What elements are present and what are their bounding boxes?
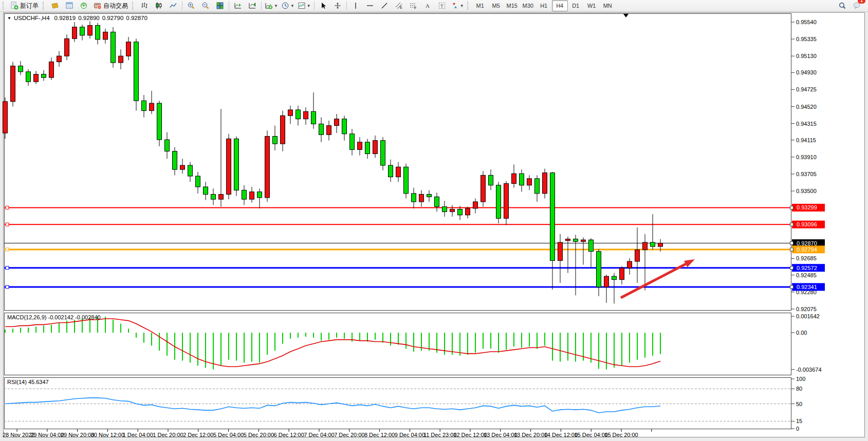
price-badge-anchor (790, 248, 793, 251)
price-badge-label: 0.92341 (797, 284, 817, 290)
pane-splitter-rsi[interactable] (4, 375, 791, 377)
candle-body (88, 25, 93, 35)
time-tick-label: 1 Dec 20:00 (153, 432, 183, 438)
price-badge-label: 0.93096 (797, 221, 817, 227)
macd-label: MACD(12,26,9) -0.002142 -0.002840 (7, 314, 101, 320)
chart-symbol-period: USDCHF-,H4 (14, 15, 50, 21)
time-tick-label: 13 Dec 20:00 (514, 432, 547, 438)
chart-close-value: 0.92870 (126, 15, 147, 21)
rsi-tick-label: 80 (796, 386, 802, 392)
time-tick-label: 11 Dec 23:00 (423, 432, 457, 438)
time-tick-label: 8 Dec 12:00 (364, 432, 395, 438)
candle-body (119, 56, 123, 63)
price-tick-label: 0.93910 (796, 154, 817, 160)
price-badge-anchor (790, 242, 793, 245)
pane-splitter-macd[interactable] (4, 311, 791, 313)
candle-body (65, 39, 69, 56)
candle-body (49, 62, 54, 78)
candle-body (227, 139, 231, 194)
price-tick-label: 0.92485 (796, 272, 817, 278)
candle-body (604, 276, 609, 287)
candle-body (527, 179, 532, 185)
candle-body (173, 151, 177, 169)
candle-body (427, 194, 432, 197)
candle-body (419, 194, 424, 202)
price-badge-label: 0.93299 (797, 204, 817, 210)
hline-handle[interactable] (6, 223, 9, 226)
candle-body (350, 134, 355, 150)
candle-body (643, 242, 648, 250)
candle-body (535, 179, 540, 194)
price-badge-anchor (790, 266, 793, 270)
chart-high-value: 0.92890 (78, 15, 100, 21)
candle-body (327, 126, 331, 135)
price-badge-anchor (790, 206, 793, 209)
candle-body (288, 110, 293, 116)
candle-body (481, 175, 486, 202)
candle-body (11, 66, 15, 101)
time-tick-label: 5 Dec 04:00 (213, 432, 244, 438)
candle-body (219, 194, 224, 199)
candle-body (574, 239, 578, 242)
chart-low-value: 0.92790 (102, 15, 124, 21)
candle-body (412, 194, 416, 202)
candle-body (635, 250, 640, 262)
price-tick-label: 0.94930 (796, 69, 817, 75)
rsi-tick-label: 50 (796, 401, 802, 407)
hline-handle[interactable] (6, 206, 9, 209)
candle-body (365, 142, 370, 154)
candle-body (26, 72, 31, 82)
time-tick-label: 28 Nov 2022 (3, 432, 34, 438)
macd-tick-label: 0.001642 (796, 313, 820, 319)
mt4-window: 新订单 自动交易 (0, 0, 868, 441)
price-tick-label: 0.92685 (796, 255, 817, 261)
candle-body (658, 243, 663, 246)
chart-open-value: 0.92819 (54, 15, 76, 21)
price-badge-label: 0.92794 (797, 246, 817, 253)
time-tick-label: 5 Dec 20:00 (244, 432, 274, 438)
macd-tick-label: -0.003674 (796, 367, 822, 373)
candle-body (188, 165, 193, 176)
chart-menu-triangle-icon[interactable]: ▼ (7, 16, 11, 21)
candle-body (404, 167, 409, 194)
candle-body (273, 137, 278, 144)
candle-body (466, 208, 470, 215)
time-tick-label: 7 Dec 20:00 (334, 432, 364, 438)
price-tick-label: 0.94315 (796, 121, 817, 127)
candle-body (520, 174, 524, 185)
candle-body (450, 209, 455, 212)
candle-body (19, 66, 23, 71)
candle-body (381, 141, 385, 165)
hline-handle[interactable] (6, 266, 9, 270)
time-tick-label: 29 Nov 20:00 (61, 432, 94, 438)
candle-body (442, 207, 447, 212)
price-badge-anchor (790, 285, 793, 289)
time-tick-label: 12 Dec 12:00 (453, 432, 487, 438)
price-badge-label: 0.92572 (797, 265, 817, 271)
time-tick-label: 1 Dec 04:00 (123, 432, 153, 438)
time-tick-label: 15 Dec 04:00 (574, 432, 607, 438)
candle-body (150, 103, 154, 111)
candle-body (211, 194, 216, 199)
hline-handle[interactable] (6, 248, 9, 251)
hline-handle[interactable] (6, 285, 9, 289)
candle-body (473, 202, 478, 208)
candle-body (42, 74, 46, 78)
candle-body (3, 102, 8, 133)
candle-body (196, 176, 200, 187)
candle-body (204, 187, 208, 195)
time-tick-label: 7 Dec 04:00 (304, 432, 334, 438)
candle-body (389, 165, 393, 177)
candle-body (257, 192, 262, 198)
candle-body (489, 175, 493, 185)
time-tick-label: 15 Dec 20:00 (604, 432, 638, 438)
rsi-label: RSI(14) 45.6347 (7, 379, 49, 385)
price-tick-label: 0.94115 (796, 137, 816, 143)
candle-body (358, 142, 362, 150)
candle-body (180, 165, 185, 169)
candle-body (265, 137, 270, 198)
candle-body (558, 242, 563, 260)
time-tick-label: 29 Nov 04:00 (30, 432, 64, 438)
price-tick-label: 0.93500 (796, 188, 817, 194)
time-tick-label: 6 Dec 12:00 (274, 432, 304, 438)
